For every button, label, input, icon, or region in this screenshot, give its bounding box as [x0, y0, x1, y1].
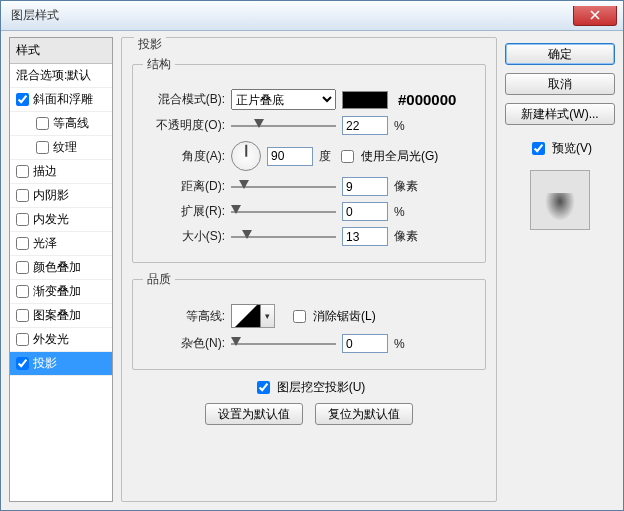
- style-checkbox[interactable]: [36, 141, 49, 154]
- antialias-checkbox[interactable]: 消除锯齿(L): [289, 307, 376, 326]
- spread-label: 扩展(R):: [143, 203, 225, 220]
- styles-header[interactable]: 样式: [10, 38, 112, 64]
- blend-mode-label: 混合模式(B):: [143, 91, 225, 108]
- style-item-gradient-overlay[interactable]: 渐变叠加: [10, 280, 112, 304]
- angle-input[interactable]: [267, 147, 313, 166]
- style-item-inner-shadow[interactable]: 内阴影: [10, 184, 112, 208]
- opacity-input[interactable]: [342, 116, 388, 135]
- close-button[interactable]: [573, 6, 617, 26]
- styles-list: 样式 混合选项:默认 斜面和浮雕 等高线 纹理 描边 内阴影: [9, 37, 113, 502]
- contour-picker[interactable]: [231, 304, 261, 328]
- group-quality: 品质 等高线: ▾ 消除锯齿(L) 杂色(N):: [132, 271, 486, 370]
- row-blend-mode: 混合模式(B): 正片叠底 #000000: [143, 89, 475, 110]
- distance-input[interactable]: [342, 177, 388, 196]
- row-opacity: 不透明度(O): %: [143, 116, 475, 135]
- angle-dial[interactable]: [231, 141, 261, 171]
- row-distance: 距离(D): 像素: [143, 177, 475, 196]
- group-quality-legend: 品质: [143, 271, 175, 288]
- dialog-body: 样式 混合选项:默认 斜面和浮雕 等高线 纹理 描边 内阴影: [1, 31, 623, 510]
- knockout-input[interactable]: [257, 381, 270, 394]
- antialias-label: 消除锯齿(L): [313, 308, 376, 325]
- style-checkbox[interactable]: [16, 189, 29, 202]
- style-checkbox[interactable]: [16, 357, 29, 370]
- row-knockout: 图层挖空投影(U): [132, 378, 486, 397]
- style-label: 等高线: [53, 115, 89, 132]
- style-item-inner-glow[interactable]: 内发光: [10, 208, 112, 232]
- preview-shadow: [545, 193, 575, 221]
- style-item-stroke[interactable]: 描边: [10, 160, 112, 184]
- style-item-pattern-overlay[interactable]: 图案叠加: [10, 304, 112, 328]
- style-label: 内发光: [33, 211, 69, 228]
- style-checkbox[interactable]: [16, 213, 29, 226]
- style-label: 图案叠加: [33, 307, 81, 324]
- size-label: 大小(S):: [143, 228, 225, 245]
- blend-options-label: 混合选项:默认: [16, 67, 91, 84]
- style-checkbox[interactable]: [16, 333, 29, 346]
- row-contour: 等高线: ▾ 消除锯齿(L): [143, 304, 475, 328]
- contour-label: 等高线:: [143, 308, 225, 325]
- style-label: 外发光: [33, 331, 69, 348]
- size-unit: 像素: [394, 228, 418, 245]
- distance-unit: 像素: [394, 178, 418, 195]
- size-input[interactable]: [342, 227, 388, 246]
- global-light-checkbox[interactable]: 使用全局光(G): [337, 147, 438, 166]
- noise-slider[interactable]: [231, 337, 336, 351]
- preview-swatch: [530, 170, 590, 230]
- color-hex: #000000: [398, 91, 456, 108]
- style-item-drop-shadow[interactable]: 投影: [10, 352, 112, 376]
- style-checkbox[interactable]: [16, 285, 29, 298]
- row-spread: 扩展(R): %: [143, 202, 475, 221]
- group-structure-legend: 结构: [143, 56, 175, 73]
- spread-input[interactable]: [342, 202, 388, 221]
- distance-slider[interactable]: [231, 180, 336, 194]
- spread-slider[interactable]: [231, 205, 336, 219]
- style-item-satin[interactable]: 光泽: [10, 232, 112, 256]
- new-style-button[interactable]: 新建样式(W)...: [505, 103, 615, 125]
- reset-default-button[interactable]: 复位为默认值: [315, 403, 413, 425]
- opacity-slider[interactable]: [231, 119, 336, 133]
- style-item-contour[interactable]: 等高线: [10, 112, 112, 136]
- global-light-input[interactable]: [341, 150, 354, 163]
- row-noise: 杂色(N): %: [143, 334, 475, 353]
- style-label: 颜色叠加: [33, 259, 81, 276]
- panel-title: 投影: [134, 36, 166, 53]
- antialias-input[interactable]: [293, 310, 306, 323]
- defaults-buttons: 设置为默认值 复位为默认值: [132, 403, 486, 425]
- opacity-unit: %: [394, 119, 405, 133]
- spread-unit: %: [394, 205, 405, 219]
- knockout-checkbox[interactable]: 图层挖空投影(U): [253, 378, 366, 397]
- style-item-bevel[interactable]: 斜面和浮雕: [10, 88, 112, 112]
- angle-label: 角度(A):: [143, 148, 225, 165]
- style-label: 描边: [33, 163, 57, 180]
- style-checkbox[interactable]: [16, 261, 29, 274]
- ok-button[interactable]: 确定: [505, 43, 615, 65]
- layer-style-dialog: 图层样式 样式 混合选项:默认 斜面和浮雕 等高线 纹理: [0, 0, 624, 511]
- style-checkbox[interactable]: [36, 117, 49, 130]
- opacity-label: 不透明度(O):: [143, 117, 225, 134]
- preview-checkbox[interactable]: 预览(V): [505, 139, 615, 158]
- color-swatch[interactable]: [342, 91, 388, 109]
- style-checkbox[interactable]: [16, 309, 29, 322]
- settings-panel: 投影 结构 混合模式(B): 正片叠底 #000000 不透明度(O):: [121, 37, 497, 502]
- set-default-button[interactable]: 设置为默认值: [205, 403, 303, 425]
- noise-unit: %: [394, 337, 405, 351]
- style-label: 纹理: [53, 139, 77, 156]
- blend-mode-select[interactable]: 正片叠底: [231, 89, 336, 110]
- style-item-outer-glow[interactable]: 外发光: [10, 328, 112, 352]
- style-item-color-overlay[interactable]: 颜色叠加: [10, 256, 112, 280]
- close-icon: [590, 10, 600, 20]
- style-checkbox[interactable]: [16, 93, 29, 106]
- cancel-button[interactable]: 取消: [505, 73, 615, 95]
- size-slider[interactable]: [231, 230, 336, 244]
- angle-unit: 度: [319, 148, 331, 165]
- preview-label: 预览(V): [552, 140, 592, 157]
- noise-input[interactable]: [342, 334, 388, 353]
- contour-dropdown[interactable]: ▾: [261, 304, 275, 328]
- style-item-texture[interactable]: 纹理: [10, 136, 112, 160]
- style-checkbox[interactable]: [16, 165, 29, 178]
- style-checkbox[interactable]: [16, 237, 29, 250]
- preview-input[interactable]: [532, 142, 545, 155]
- titlebar: 图层样式: [1, 1, 623, 31]
- window-title: 图层样式: [11, 7, 59, 24]
- blend-options-row[interactable]: 混合选项:默认: [10, 64, 112, 88]
